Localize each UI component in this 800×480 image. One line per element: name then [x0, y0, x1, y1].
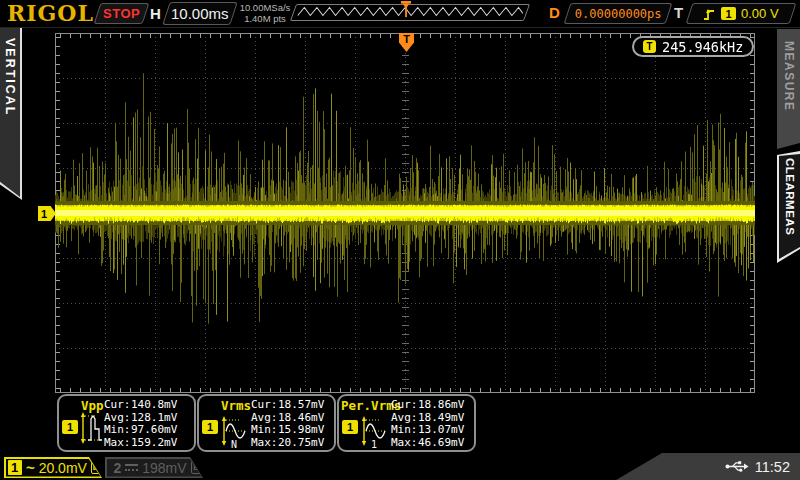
top-status-bar: RIGOL STOP H 10.00ms 10.00MSa/s 1.40M pt… — [0, 0, 800, 28]
clock-panel: 11:52 — [616, 453, 800, 480]
waveform-display — [55, 33, 755, 393]
measurement-channel-badge: 1 — [202, 420, 218, 434]
per-vrms-max-value: 46.69mV — [418, 437, 464, 450]
trigger-box[interactable]: 1 0.00 V — [686, 3, 797, 24]
menu-tab-clearmeas-label: CLEARMEAS — [784, 158, 796, 259]
menu-tab-vertical[interactable]: VERTICAL — [0, 28, 22, 200]
cur-label: Cur: — [391, 399, 418, 412]
timebase-box[interactable]: 10.00ms — [162, 2, 237, 25]
vpp-max-value: 159.2mV — [131, 437, 177, 450]
menu-tab-measure-label: MEASURE — [782, 41, 796, 149]
min-label: Min: — [391, 424, 418, 437]
channel2-badge: 2 — [114, 460, 122, 476]
horizontal-label: H — [150, 5, 161, 22]
cur-label: Cur: — [251, 399, 278, 412]
per-vrms-cur-value: 18.86mV — [418, 399, 464, 412]
channel2-tab[interactable]: 2 198mV B — [105, 457, 203, 478]
trigger-label: T — [674, 4, 683, 21]
delay-label: D — [549, 4, 560, 21]
max-label: Max: — [251, 437, 278, 450]
delay-box[interactable]: 0.00000000ps — [564, 3, 673, 24]
delay-value: 0.00000000ps — [575, 7, 662, 21]
rising-edge-icon — [703, 7, 716, 21]
vrms-min-value: 15.98mV — [278, 424, 324, 437]
clock-time: 11:52 — [755, 459, 790, 475]
measurement-box-vrms: Vrms 1 N Cur:18.57mV Avg:18.46mV Min:15.… — [197, 394, 336, 452]
measurement-channel-badge: 1 — [342, 420, 358, 434]
measurement-channel-badge: 1 — [62, 420, 78, 434]
max-label: Max: — [104, 437, 131, 450]
ac-coupling-icon: ~ — [26, 463, 35, 473]
brand-logo: RIGOL — [7, 0, 94, 26]
channel1-badge: 1 — [8, 460, 22, 475]
counter-trigger-badge: T — [643, 40, 656, 53]
counter-frequency-value: 245.946kHz — [662, 39, 743, 55]
channel1-level-marker[interactable]: 1 — [38, 206, 56, 221]
vpp-min-value: 97.60mV — [131, 424, 177, 437]
channel1-scale: 20.0mV — [39, 460, 87, 476]
menu-tab-measure[interactable]: MEASURE — [777, 29, 800, 149]
memory-trigger-position-icon — [400, 1, 412, 18]
run-status-indicator: STOP — [94, 3, 150, 24]
max-label: Max: — [391, 437, 418, 450]
vrms-cur-value: 18.57mV — [278, 399, 324, 412]
run-status-text: STOP — [103, 6, 140, 21]
vpp-cur-value: 140.8mV — [131, 399, 177, 412]
menu-tab-vertical-label: VERTICAL — [3, 38, 17, 197]
measurement-box-vpp: Vpp 1 Cur:140.8mV Avg:128.1mV Min:97.60m… — [57, 394, 196, 452]
oscilloscope-screen: RIGOL STOP H 10.00ms 10.00MSa/s 1.40M pt… — [0, 0, 800, 480]
icon-tag: N — [231, 439, 237, 450]
sine-rms-n-icon: N — [220, 408, 250, 450]
dc-coupling-icon — [125, 464, 138, 471]
usb-icon — [725, 460, 749, 473]
trigger-source-badge: 1 — [721, 7, 736, 20]
vpp-peaks-icon — [80, 408, 106, 448]
channel1-tab[interactable]: 1 ~ 20.0mV B — [4, 457, 102, 478]
min-label: Min: — [104, 424, 131, 437]
min-label: Min: — [251, 424, 278, 437]
trigger-level-value: 0.00 V — [741, 6, 779, 21]
sample-rate: 10.00MSa/s — [233, 2, 297, 13]
sine-rms-period-icon: 1 — [360, 408, 390, 450]
acquisition-info: 10.00MSa/s 1.40M pts — [233, 2, 297, 24]
channel2-scale: 198mV — [142, 460, 186, 476]
per-vrms-min-value: 13.07mV — [418, 424, 464, 437]
timebase-value: 10.00ms — [171, 5, 229, 22]
vrms-max-value: 20.75mV — [278, 437, 324, 450]
memory-depth: 1.40M pts — [233, 13, 297, 24]
measurement-box-per-vrms: Per.Vrms 1 1 Cur:18.86mV Avg:18.49mV Min… — [337, 394, 476, 452]
icon-tag: 1 — [371, 439, 377, 450]
cur-label: Cur: — [104, 399, 131, 412]
menu-tab-clearmeas[interactable]: CLEARMEAS — [777, 151, 800, 263]
bottom-status-bar: 1 ~ 20.0mV B 2 198mV B — [0, 453, 800, 480]
frequency-counter: T 245.946kHz — [632, 36, 754, 57]
